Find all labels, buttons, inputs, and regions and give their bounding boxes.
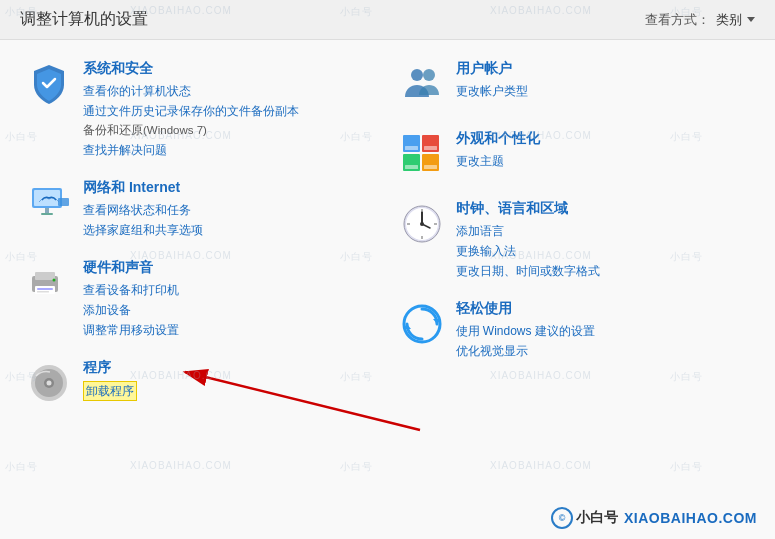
appearance-title[interactable]: 外观和个性化: [456, 130, 540, 148]
network-icon: [25, 179, 73, 227]
view-mode-selector[interactable]: 类别: [716, 11, 755, 29]
svg-point-16: [423, 69, 435, 81]
control-panel: 小白号 XIAOBAIHAO.COM 小白号 XIAOBAIHAO.COM 小白…: [0, 0, 775, 539]
page-title: 调整计算机的设置: [20, 9, 148, 30]
svg-point-34: [404, 306, 440, 342]
ease-access-link1[interactable]: 使用 Windows 建议的设置: [456, 322, 595, 340]
brand-name: 小白号: [576, 509, 618, 527]
clock-language-text: 时钟、语言和区域 添加语言 更换输入法 更改日期、时间或数字格式: [456, 200, 600, 280]
header: 调整计算机的设置 查看方式： 类别: [0, 0, 775, 40]
system-security-link1[interactable]: 查看你的计算机状态: [83, 82, 299, 100]
ease-icon: [398, 300, 446, 348]
view-mode-text: 类别: [716, 11, 742, 29]
appearance-text: 外观和个性化 更改主题: [456, 130, 540, 170]
svg-rect-8: [37, 288, 53, 290]
svg-rect-4: [58, 198, 69, 206]
clock-language-link1[interactable]: 添加语言: [456, 222, 600, 240]
ease-access-link2[interactable]: 优化视觉显示: [456, 342, 595, 360]
left-column: 系统和安全 查看你的计算机状态 通过文件历史记录保存你的文件备份副本 备份和还原…: [15, 50, 388, 419]
sections-grid: 系统和安全 查看你的计算机状态 通过文件历史记录保存你的文件备份副本 备份和还原…: [0, 40, 775, 429]
hardware-link1[interactable]: 查看设备和打印机: [83, 281, 179, 299]
clock-language-link3[interactable]: 更改日期、时间或数字格式: [456, 262, 600, 280]
svg-point-14: [47, 381, 52, 386]
clock-icon: [398, 200, 446, 248]
view-options: 查看方式： 类别: [645, 11, 755, 29]
clock-language-link2[interactable]: 更换输入法: [456, 242, 600, 260]
brand-logo: © 小白号: [551, 507, 618, 529]
user-accounts-title[interactable]: 用户帐户: [456, 60, 528, 78]
section-clock-language: 时钟、语言和区域 添加语言 更换输入法 更改日期、时间或数字格式: [388, 190, 761, 290]
svg-rect-3: [41, 213, 53, 215]
svg-point-10: [53, 279, 56, 282]
svg-rect-2: [45, 208, 49, 213]
section-programs: 程序 卸载程序: [15, 349, 388, 419]
network-link2[interactable]: 选择家庭组和共享选项: [83, 221, 203, 239]
users-icon: [398, 60, 446, 108]
view-label: 查看方式：: [645, 11, 710, 29]
brand-domain: XIAOBAIHAO.COM: [624, 510, 757, 526]
system-security-text: 系统和安全 查看你的计算机状态 通过文件历史记录保存你的文件备份副本 备份和还原…: [83, 60, 299, 159]
hardware-link3[interactable]: 调整常用移动设置: [83, 321, 179, 339]
clock-language-title[interactable]: 时钟、语言和区域: [456, 200, 600, 218]
network-link1[interactable]: 查看网络状态和任务: [83, 201, 203, 219]
programs-text: 程序 卸载程序: [83, 359, 137, 401]
hardware-title[interactable]: 硬件和声音: [83, 259, 179, 277]
system-security-title[interactable]: 系统和安全: [83, 60, 299, 78]
section-ease-access: 轻松使用 使用 Windows 建议的设置 优化视觉显示: [388, 290, 761, 370]
svg-rect-22: [424, 146, 437, 150]
brand-circle-icon: ©: [551, 507, 573, 529]
system-security-desc: 备份和还原(Windows 7): [83, 122, 299, 139]
chevron-down-icon: [747, 17, 755, 22]
network-text: 网络和 Internet 查看网络状态和任务 选择家庭组和共享选项: [83, 179, 203, 239]
programs-icon: [25, 359, 73, 407]
svg-rect-6: [35, 272, 55, 280]
svg-point-15: [411, 69, 423, 81]
network-title[interactable]: 网络和 Internet: [83, 179, 203, 197]
user-accounts-text: 用户帐户 更改帐户类型: [456, 60, 528, 100]
hardware-text: 硬件和声音 查看设备和打印机 添加设备 调整常用移动设置: [83, 259, 179, 339]
right-column: 用户帐户 更改帐户类型: [388, 50, 761, 419]
section-hardware: 硬件和声音 查看设备和打印机 添加设备 调整常用移动设置: [15, 249, 388, 349]
system-security-link2[interactable]: 通过文件历史记录保存你的文件备份副本: [83, 102, 299, 120]
section-network: 网络和 Internet 查看网络状态和任务 选择家庭组和共享选项: [15, 169, 388, 249]
appearance-link1[interactable]: 更改主题: [456, 152, 540, 170]
ease-access-title[interactable]: 轻松使用: [456, 300, 595, 318]
svg-rect-24: [424, 165, 437, 169]
system-security-link3[interactable]: 查找并解决问题: [83, 141, 299, 159]
svg-point-29: [420, 222, 424, 226]
programs-title[interactable]: 程序: [83, 359, 137, 377]
appearance-icon: [398, 130, 446, 178]
hardware-icon: [25, 259, 73, 307]
hardware-link2[interactable]: 添加设备: [83, 301, 179, 319]
shield-icon: [25, 60, 73, 108]
bottom-branding: © 小白号 XIAOBAIHAO.COM: [551, 507, 757, 529]
uninstall-link[interactable]: 卸载程序: [83, 381, 137, 401]
svg-rect-9: [37, 291, 49, 293]
user-accounts-link1[interactable]: 更改帐户类型: [456, 82, 528, 100]
section-system-security: 系统和安全 查看你的计算机状态 通过文件历史记录保存你的文件备份副本 备份和还原…: [15, 50, 388, 169]
ease-access-text: 轻松使用 使用 Windows 建议的设置 优化视觉显示: [456, 300, 595, 360]
section-appearance: 外观和个性化 更改主题: [388, 120, 761, 190]
svg-rect-23: [405, 165, 418, 169]
section-user-accounts: 用户帐户 更改帐户类型: [388, 50, 761, 120]
svg-rect-21: [405, 146, 418, 150]
